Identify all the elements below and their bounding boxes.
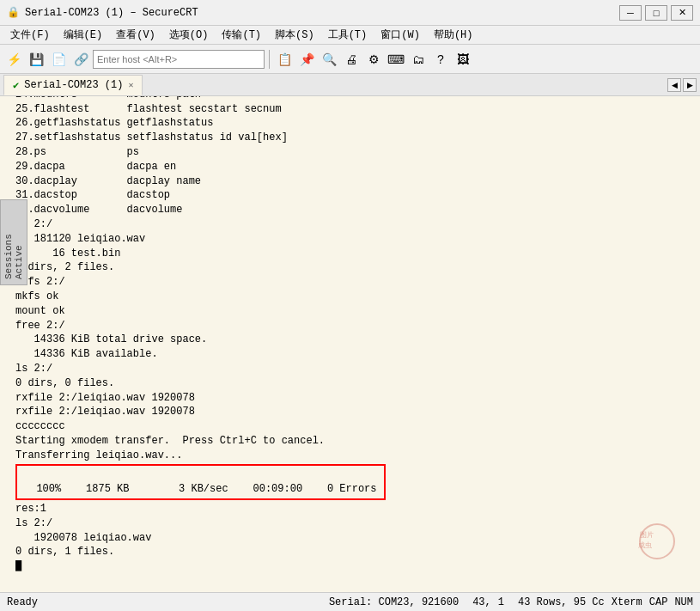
- close-button[interactable]: ✕: [671, 5, 693, 21]
- toolbar: ⚡ 💾 📄 🔗 📋 📌 🔍 🖨 ⚙ ⌨ 🗂 ? 🖼: [0, 45, 700, 74]
- tab-label: Serial-COM23 (1): [24, 79, 123, 91]
- transfer-size: 1875 KB: [86, 483, 129, 495]
- status-ready: Ready: [7, 596, 38, 608]
- toolbar-btn-print[interactable]: 🖨: [341, 49, 362, 70]
- toolbar-btn-icon[interactable]: 🖼: [453, 49, 473, 70]
- toolbar-btn-new[interactable]: 📋: [274, 49, 295, 70]
- svg-text:成虫: 成虫: [638, 541, 652, 549]
- terminal-line: 26.getflashstatus getflashstatus: [15, 117, 213, 129]
- terminal-line: 0 dirs, 2 files.: [15, 261, 114, 273]
- status-row: 1: [498, 596, 504, 608]
- tab-serial-com23[interactable]: ✔ Serial-COM23 (1) ✕: [3, 75, 143, 95]
- transfer-errors: 0 Errors: [327, 483, 377, 495]
- transfer-progress-box: 100% 1875 KB 3 KB/sec 00:09:00 0 Errors: [15, 464, 386, 500]
- window-title: Serial-COM23 (1) – SecureCRT: [25, 7, 198, 19]
- menu-item-script[interactable]: 脚本(S): [268, 26, 321, 44]
- toolbar-btn-copy[interactable]: 📄: [48, 49, 69, 70]
- terminal-line: res:1: [15, 503, 46, 515]
- toolbar-btn-find[interactable]: 🔍: [319, 49, 339, 70]
- tab-nav-next[interactable]: ▶: [683, 78, 697, 92]
- terminal-line: ls 2:/: [15, 363, 52, 375]
- terminal-line: Transferring leiqiao.wav...: [15, 449, 182, 461]
- status-left: Ready: [7, 596, 38, 608]
- menu-item-transfer[interactable]: 传输(T): [215, 26, 268, 44]
- toolbar-btn-flash[interactable]: ⚡: [3, 49, 24, 70]
- menu-item-window[interactable]: 窗口(W): [374, 26, 427, 44]
- terminal-line: free 2:/: [15, 320, 65, 332]
- transfer-percent: 100%: [36, 483, 61, 495]
- main-area: Active Sessions 14.touch touch path size…: [0, 96, 700, 592]
- tab-nav: ◀ ▶: [667, 78, 697, 92]
- terminal-line: 14336 KiB total drive space.: [15, 333, 207, 345]
- toolbar-btn-settings[interactable]: ⚙: [363, 49, 384, 70]
- terminal-line: Starting xmodem transfer. Press Ctrl+C t…: [15, 435, 325, 447]
- toolbar-btn-connect[interactable]: 🔗: [70, 49, 91, 70]
- terminal-line: 31.dacstop dacstop: [15, 189, 170, 201]
- terminal-line: cccccccc: [15, 420, 65, 432]
- status-col: 43,: [472, 596, 491, 608]
- maximize-button[interactable]: □: [645, 5, 667, 21]
- menu-item-view[interactable]: 查看(V): [109, 26, 162, 44]
- status-term: Xterm: [612, 596, 642, 608]
- transfer-time: 00:09:00: [253, 483, 302, 495]
- terminal-cursor: █: [15, 560, 21, 572]
- toolbar-btn-sftp[interactable]: 🗂: [408, 49, 429, 70]
- status-right: Serial: COM23, 921600 43, 1 43 Rows, 95 …: [329, 596, 693, 608]
- menu-item-edit[interactable]: 编辑(E): [57, 26, 110, 44]
- menu-item-tools[interactable]: 工具(T): [321, 26, 374, 44]
- tab-nav-prev[interactable]: ◀: [667, 78, 681, 92]
- terminal-line: mount ok: [15, 305, 65, 317]
- terminal-line: 29.dacpa dacpa en: [15, 161, 176, 173]
- svg-text:图片: 图片: [640, 531, 654, 539]
- active-sessions-label: Active Sessions: [0, 199, 27, 285]
- window-controls: ─ □ ✕: [619, 5, 693, 21]
- toolbar-separator: [269, 50, 270, 69]
- terminal-line: 25.flashtest flashtest secstart secnum: [15, 103, 282, 115]
- app-icon: 🔒: [7, 6, 20, 19]
- toolbar-btn-help[interactable]: ?: [430, 49, 451, 70]
- toolbar-btn-paste[interactable]: 📌: [296, 49, 317, 70]
- tab-check-icon: ✔: [13, 79, 19, 92]
- status-bar: Ready Serial: COM23, 921600 43, 1 43 Row…: [0, 592, 700, 611]
- watermark: 图片 成虫: [631, 520, 683, 566]
- toolbar-btn-save[interactable]: 💾: [26, 49, 46, 70]
- tab-close-icon[interactable]: ✕: [128, 80, 133, 90]
- terminal-line: 27.setflashstatus setflashstatus id val[…: [15, 131, 288, 144]
- status-cap: CAP: [649, 596, 668, 608]
- minimize-button[interactable]: ─: [619, 5, 642, 21]
- terminal-line: 14336 KiB available.: [15, 348, 158, 360]
- status-serial: Serial: COM23, 921600: [329, 596, 459, 608]
- terminal-line: 16 test.bin: [15, 247, 120, 260]
- title-left: 🔒 Serial-COM23 (1) – SecureCRT: [7, 6, 198, 19]
- title-bar: 🔒 Serial-COM23 (1) – SecureCRT ─ □ ✕: [0, 0, 700, 26]
- terminal-line: 28.ps ps: [15, 146, 139, 158]
- terminal-line: rxfile 2:/leiqiao.wav 1920078: [15, 406, 195, 418]
- menu-item-options[interactable]: 选项(O): [162, 26, 216, 44]
- terminal-line: 32.dacvolume dacvolume: [15, 204, 182, 216]
- menu-item-help[interactable]: 帮助(H): [427, 26, 480, 44]
- menu-item-file[interactable]: 文件(F): [3, 26, 57, 44]
- terminal-line: 30.dacplay dacplay name: [15, 175, 201, 187]
- toolbar-btn-keymap[interactable]: ⌨: [386, 49, 406, 70]
- transfer-speed: 3 KB/sec: [179, 483, 228, 495]
- terminal-line: rxfile 2:/leiqiao.wav 1920078: [15, 392, 195, 404]
- terminal-line: mkfs ok: [15, 290, 58, 302]
- terminal-line: 24.mountfs mountfs path: [15, 96, 201, 101]
- terminal-line: 181120 leiqiao.wav: [15, 233, 145, 245]
- menu-bar: 文件(F)编辑(E)查看(V)选项(O)传输(T)脚本(S)工具(T)窗口(W)…: [0, 26, 700, 45]
- terminal-line: ls 2:/: [15, 517, 52, 529]
- status-rowscols: 43 Rows, 95 Cc: [518, 596, 605, 608]
- terminal-line: 0 dirs, 0 files.: [15, 377, 114, 389]
- status-num: NUM: [674, 596, 693, 608]
- terminal-line: 0 dirs, 1 files.: [15, 546, 114, 558]
- tab-bar: ✔ Serial-COM23 (1) ✕ ◀ ▶: [0, 74, 700, 96]
- terminal-output[interactable]: 14.touch touch path size 15.mkdir mkdir …: [0, 96, 700, 592]
- address-input[interactable]: [93, 50, 265, 69]
- terminal-line: 1920078 leiqiao.wav: [15, 532, 151, 544]
